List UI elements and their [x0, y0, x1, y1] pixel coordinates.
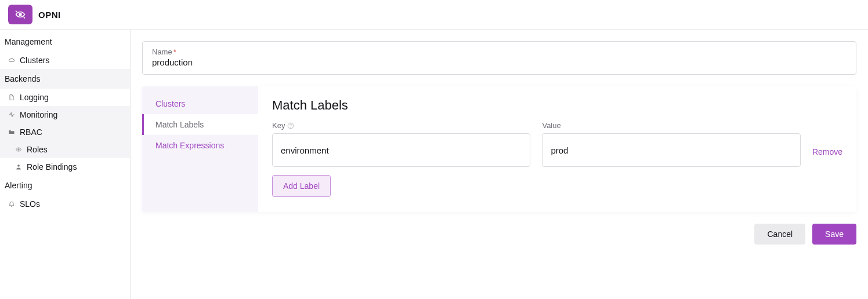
- svg-point-0: [19, 13, 21, 16]
- tab-match-expressions[interactable]: Match Expressions: [142, 135, 258, 156]
- save-button[interactable]: Save: [812, 224, 856, 245]
- svg-point-2: [17, 165, 20, 167]
- header: OPNI: [0, 0, 868, 30]
- nav-item-role-bindings[interactable]: Role Bindings: [0, 158, 130, 176]
- nav-item-roles[interactable]: Roles: [0, 141, 130, 158]
- nav-item-label: RBAC: [20, 127, 42, 137]
- cloud-icon: [8, 57, 16, 64]
- folder-icon: [8, 129, 16, 136]
- nav-item-monitoring[interactable]: Monitoring: [0, 106, 130, 123]
- bell-icon: [8, 200, 16, 207]
- nav-item-label: Monitoring: [20, 110, 57, 119]
- value-input[interactable]: [542, 133, 800, 167]
- file-icon: [8, 94, 16, 101]
- cancel-button[interactable]: Cancel: [754, 224, 805, 245]
- label-row: Key Value Remove: [272, 121, 842, 167]
- tab-content: Match Labels Key Value Remove: [258, 86, 856, 212]
- brand-name: OPNI: [38, 10, 61, 20]
- nav-item-label: Roles: [27, 145, 48, 154]
- sidebar: ManagementClustersBackendsLoggingMonitor…: [0, 30, 131, 299]
- tab-match-labels[interactable]: Match Labels: [142, 114, 258, 135]
- nav-item-label: SLOs: [20, 199, 40, 209]
- nav-item-label: Clusters: [20, 56, 49, 65]
- svg-point-1: [18, 149, 19, 150]
- pulse-icon: [8, 111, 16, 118]
- eye-icon: [15, 146, 23, 153]
- svg-point-4: [291, 127, 291, 127]
- nav-group-header[interactable]: Backends: [0, 69, 130, 89]
- value-label: Value: [542, 121, 800, 130]
- key-input[interactable]: [272, 133, 530, 167]
- name-field-container[interactable]: Name*: [142, 41, 856, 75]
- remove-button[interactable]: Remove: [812, 147, 842, 167]
- logo-icon: [8, 5, 32, 24]
- tab-list: ClustersMatch LabelsMatch Expressions: [142, 86, 258, 212]
- nav-group-header[interactable]: Alerting: [0, 176, 130, 195]
- nav-item-label: Role Bindings: [27, 162, 77, 172]
- nav-item-clusters[interactable]: Clusters: [0, 52, 130, 69]
- nav-item-label: Logging: [20, 93, 49, 102]
- user-icon: [15, 163, 23, 170]
- name-label: Name*: [152, 48, 847, 56]
- help-icon: [287, 122, 294, 129]
- nav-group-header[interactable]: Management: [0, 32, 130, 52]
- match-labels-heading: Match Labels: [272, 98, 842, 113]
- main-content: Name* ClustersMatch LabelsMatch Expressi…: [131, 30, 868, 299]
- name-input[interactable]: [152, 56, 847, 67]
- tabbed-panel: ClustersMatch LabelsMatch Expressions Ma…: [142, 86, 856, 212]
- nav-item-rbac[interactable]: RBAC: [0, 123, 130, 141]
- footer-actions: Cancel Save: [142, 224, 856, 245]
- key-label: Key: [272, 121, 530, 130]
- add-label-button[interactable]: Add Label: [272, 175, 331, 197]
- nav-item-logging[interactable]: Logging: [0, 89, 130, 106]
- nav-item-slos[interactable]: SLOs: [0, 195, 130, 213]
- tab-clusters[interactable]: Clusters: [142, 93, 258, 114]
